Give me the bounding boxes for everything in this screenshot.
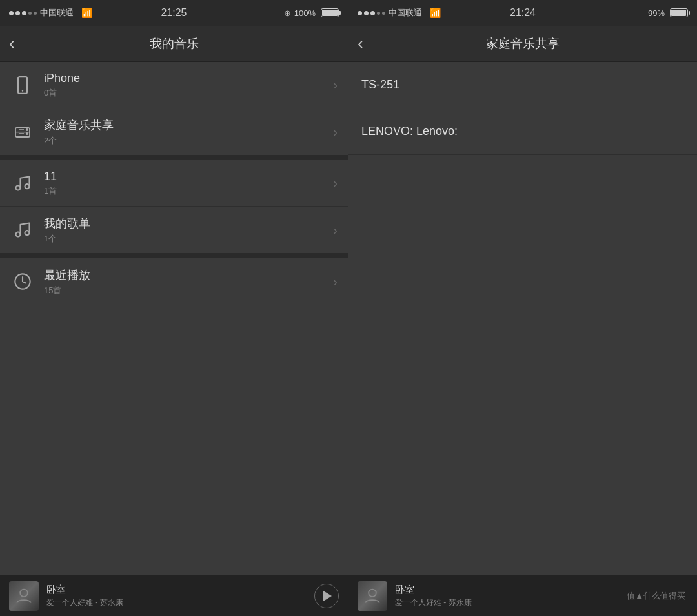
wifi-icon-left: 📶 [77, 8, 92, 18]
content-right: TS-251 LENOVO: Lenovo: [348, 62, 697, 575]
mini-player-artist-right: 爱一个人好难 - 苏永康 [395, 597, 540, 608]
left-screen: 中国联通 📶 21:25 ⊕ 100% ‹ 我的音乐 [0, 0, 348, 616]
battery-fill-right [671, 10, 686, 16]
section-playlists: 11 1首 › 我的歌单 1个 › [0, 160, 348, 253]
battery-left [321, 8, 339, 17]
section-divider-2 [0, 253, 348, 258]
lenovo-label: LENOVO: Lenovo: [361, 125, 458, 138]
section-recent: 最近播放 15首 › [0, 258, 348, 305]
svg-point-14 [369, 589, 376, 597]
iphone-icon [10, 76, 35, 94]
play-button-left[interactable] [314, 584, 339, 608]
mini-player-artist-left: 爱一个人好难 - 苏永康 [46, 597, 308, 608]
right-screen: 中国联通 📶 21:24 99% ‹ 家庭音乐共享 TS-251 LENOVO:… [348, 0, 697, 616]
myplaylist-chevron: › [333, 223, 338, 238]
signal-dots-right [358, 11, 385, 15]
home-sharing-icon [10, 123, 35, 141]
battery-pct-right: 99% [648, 8, 665, 18]
homesharing-item-text: 家庭音乐共享 2个 [44, 118, 333, 147]
mini-player-art-left [9, 581, 39, 611]
music-note-icon-2 [10, 221, 35, 239]
mini-player-art-right [358, 581, 387, 611]
nav-title-left: 我的音乐 [150, 36, 199, 52]
ts251-label: TS-251 [361, 78, 399, 92]
signal-dots [9, 11, 37, 15]
battery-right [670, 8, 688, 17]
music-note-icon-1 [10, 174, 35, 192]
mini-player-title-right: 卧室 [395, 584, 540, 596]
list-item-iphone[interactable]: iPhone 0首 › [0, 62, 348, 108]
svg-point-10 [16, 232, 21, 237]
back-button-left[interactable]: ‹ [9, 34, 16, 54]
location-icon: ⊕ [284, 8, 291, 18]
mini-player-info-left: 卧室 爱一个人好难 - 苏永康 [46, 584, 308, 608]
status-bar-right: 中国联通 📶 21:24 99% [348, 0, 697, 26]
content-left: iPhone 0首 › [0, 62, 348, 575]
watermark-text: 值▲什么值得买 [627, 590, 685, 602]
mini-player-info-right: 卧室 爱一个人好难 - 苏永康 [395, 584, 540, 608]
iphone-chevron: › [333, 77, 338, 92]
status-right-right: 99% [648, 8, 688, 18]
time-right: 21:24 [510, 7, 536, 19]
watermark-area: 值▲什么值得买 [540, 590, 688, 602]
playlist-11-subtitle: 1首 [44, 185, 333, 197]
recent-chevron: › [333, 274, 338, 289]
list-item-recent[interactable]: 最近播放 15首 › [0, 258, 348, 305]
status-right-left: ⊕ 100% [284, 8, 339, 18]
myplaylist-title: 我的歌单 [44, 216, 333, 231]
svg-point-9 [25, 184, 30, 189]
nav-bar-left: ‹ 我的音乐 [0, 26, 348, 62]
svg-point-5 [26, 133, 28, 134]
wifi-icon-right: 📶 [425, 8, 441, 18]
right-list-section: TS-251 LENOVO: Lenovo: [348, 62, 697, 155]
list-item-myplaylist[interactable]: 我的歌单 1个 › [0, 207, 348, 253]
recent-title: 最近播放 [44, 267, 333, 283]
myplaylist-subtitle: 1个 [44, 233, 333, 245]
svg-point-13 [20, 589, 28, 597]
section-divider-1 [0, 155, 348, 160]
iphone-subtitle: 0首 [44, 87, 333, 99]
mini-player-right[interactable]: 卧室 爱一个人好难 - 苏永康 值▲什么值得买 [348, 575, 697, 616]
homesharing-title: 家庭音乐共享 [44, 118, 333, 133]
battery-fill-left [322, 10, 338, 16]
recent-text: 最近播放 15首 [44, 267, 333, 296]
svg-point-8 [16, 185, 21, 190]
svg-point-11 [25, 231, 30, 235]
list-item-11[interactable]: 11 1首 › [0, 160, 348, 207]
battery-pct-left: 100% [294, 8, 316, 18]
playlist-11-title: 11 [44, 170, 333, 183]
section-devices: iPhone 0首 › [0, 62, 348, 155]
playlist-11-chevron: › [333, 176, 338, 190]
list-item-homesharing[interactable]: 家庭音乐共享 2个 › [0, 108, 348, 155]
mini-player-left[interactable]: 卧室 爱一个人好难 - 苏永康 [0, 575, 348, 616]
iphone-item-text: iPhone 0首 [44, 72, 333, 99]
status-left-right: 中国联通 📶 [358, 7, 441, 19]
right-list-item-lenovo[interactable]: LENOVO: Lenovo: [348, 108, 697, 155]
carrier-right: 中国联通 [389, 7, 422, 19]
nav-title-right: 家庭音乐共享 [486, 36, 560, 52]
homesharing-chevron: › [333, 125, 338, 139]
play-icon-left [323, 591, 332, 601]
recent-subtitle: 15首 [44, 285, 333, 296]
nav-bar-right: ‹ 家庭音乐共享 [348, 26, 697, 62]
back-button-right[interactable]: ‹ [358, 34, 365, 54]
myplaylist-text: 我的歌单 1个 [44, 216, 333, 245]
right-list-item-ts251[interactable]: TS-251 [348, 62, 697, 108]
carrier-left: 中国联通 [40, 7, 74, 19]
playlist-11-text: 11 1首 [44, 170, 333, 197]
mini-player-title-left: 卧室 [46, 584, 308, 596]
status-left: 中国联通 📶 [9, 7, 92, 19]
iphone-title: iPhone [44, 72, 333, 85]
status-bar-left: 中国联通 📶 21:25 ⊕ 100% [0, 0, 348, 26]
time-left: 21:25 [161, 7, 187, 19]
homesharing-subtitle: 2个 [44, 135, 333, 147]
svg-point-4 [26, 129, 28, 130]
clock-icon [10, 272, 35, 291]
